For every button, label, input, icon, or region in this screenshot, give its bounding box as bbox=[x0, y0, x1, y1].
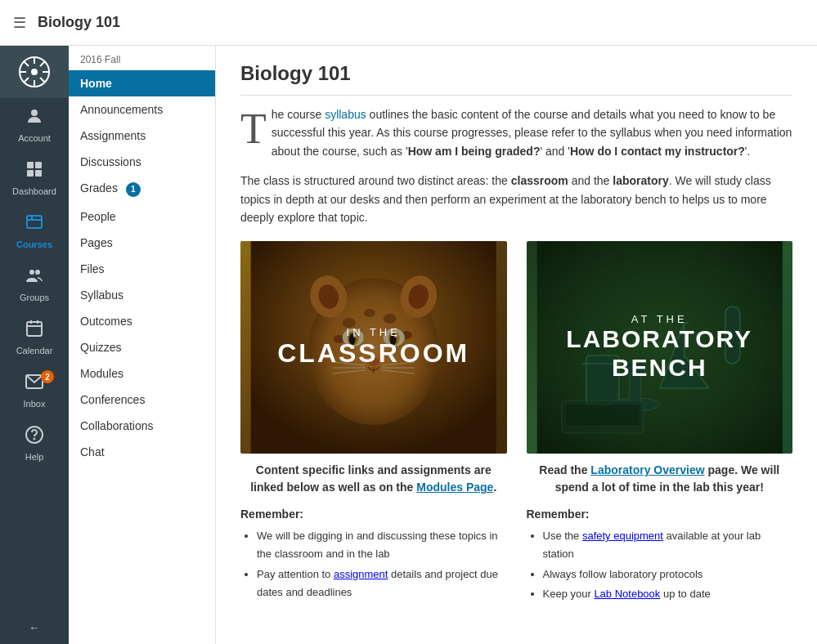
two-col-section: IN THE CLASSROOM Content specific links … bbox=[240, 241, 792, 604]
classroom-remember-list: We will be digging in and discussing the… bbox=[240, 527, 507, 601]
svg-rect-14 bbox=[35, 170, 42, 177]
content-paragraph: The class is structured around two disti… bbox=[240, 172, 792, 226]
svg-point-1 bbox=[31, 69, 38, 75]
lab-image: AT THE LABORATORYBENCH bbox=[527, 241, 793, 454]
sidebar-label-calendar: Calendar bbox=[16, 346, 53, 356]
sidebar-label-courses: Courses bbox=[16, 239, 52, 249]
page-title: Biology 101 bbox=[240, 62, 792, 96]
sidebar-label-help: Help bbox=[25, 452, 44, 462]
classroom-main-label: CLASSROOM bbox=[277, 338, 469, 369]
nav-item-chat[interactable]: Chat bbox=[69, 439, 215, 465]
sidebar-label-groups: Groups bbox=[20, 293, 49, 302]
classroom-bullet-1: We will be digging in and discussing the… bbox=[257, 527, 507, 563]
sidebar-item-calendar[interactable]: Calendar bbox=[0, 311, 69, 364]
nav-item-collaborations[interactable]: Collaborations bbox=[69, 413, 215, 439]
lab-remember: Remember: Use the safety equipment avail… bbox=[527, 508, 793, 604]
sidebar-item-inbox[interactable]: 2 Inbox bbox=[0, 364, 69, 417]
modules-page-link[interactable]: Modules Page bbox=[416, 481, 493, 494]
sidebar-item-groups[interactable]: Groups bbox=[0, 257, 69, 311]
svg-rect-12 bbox=[35, 162, 42, 168]
sidebar-item-help[interactable]: Help bbox=[0, 417, 69, 470]
lab-main-label: LABORATORYBENCH bbox=[566, 325, 752, 382]
nav-item-files[interactable]: Files bbox=[69, 256, 215, 282]
calendar-icon bbox=[25, 319, 44, 343]
sidebar-bottom: ← bbox=[0, 611, 69, 644]
svg-rect-15 bbox=[27, 216, 42, 228]
lab-bullet-3: Keep your Lab Notebook up to date bbox=[543, 585, 793, 603]
collapse-icon: ← bbox=[29, 621, 40, 634]
svg-point-19 bbox=[35, 270, 40, 275]
svg-rect-13 bbox=[27, 170, 34, 177]
nav-item-syllabus[interactable]: Syllabus bbox=[69, 282, 215, 308]
top-bar-title: Biology 101 bbox=[38, 14, 120, 31]
dashboard-icon bbox=[25, 159, 44, 184]
hamburger-icon[interactable]: ☰ bbox=[13, 14, 26, 32]
lab-remember-title: Remember: bbox=[527, 508, 793, 521]
sidebar-item-dashboard[interactable]: Dashboard bbox=[0, 151, 69, 204]
svg-point-18 bbox=[29, 270, 34, 275]
classroom-bold: classroom bbox=[511, 174, 568, 187]
nav-item-pages[interactable]: Pages bbox=[69, 230, 215, 256]
app-wrapper: ☰ Biology 101 bbox=[0, 0, 817, 644]
sidebar-collapse-button[interactable]: ← bbox=[0, 611, 69, 644]
sidebar-label-inbox: Inbox bbox=[24, 399, 46, 409]
svg-line-8 bbox=[40, 61, 45, 66]
help-icon bbox=[25, 425, 44, 449]
classroom-remember-title: Remember: bbox=[240, 508, 507, 521]
lab-sub-label: AT THE bbox=[631, 313, 688, 325]
nav-item-quizzes[interactable]: Quizzes bbox=[69, 334, 215, 360]
assignment-link[interactable]: assignment bbox=[334, 568, 388, 580]
intro-paragraph: T he course syllabus outlines the basic … bbox=[240, 105, 792, 160]
inbox-badge: 2 bbox=[41, 370, 54, 383]
syllabus-link[interactable]: syllabus bbox=[325, 108, 366, 121]
main-area: Account Dashboard Courses Groups bbox=[0, 46, 817, 644]
lab-bullet-1: Use the safety equipment available at yo… bbox=[543, 527, 793, 563]
classroom-caption: Content specific links and assignments a… bbox=[240, 462, 507, 496]
svg-point-10 bbox=[31, 110, 38, 116]
course-breadcrumb: 2016 Fall bbox=[69, 46, 215, 70]
classroom-overlay-text: IN THE CLASSROOM bbox=[240, 241, 507, 454]
courses-icon bbox=[25, 212, 44, 237]
course-nav: 2016 Fall Home Announcements Assignments… bbox=[69, 46, 216, 644]
sidebar-label-dashboard: Dashboard bbox=[12, 186, 56, 196]
groups-icon bbox=[25, 266, 44, 290]
nav-item-people[interactable]: People bbox=[69, 203, 215, 230]
classroom-card: IN THE CLASSROOM Content specific links … bbox=[240, 241, 507, 604]
lab-caption: Read the Laboratory Overview page. We wi… bbox=[527, 462, 793, 496]
top-bar: ☰ Biology 101 bbox=[0, 0, 817, 46]
grades-badge: 1 bbox=[126, 182, 141, 197]
contact-bold: How do I contact my instructor? bbox=[570, 145, 745, 158]
svg-rect-11 bbox=[27, 162, 34, 168]
graded-bold: How am I being graded? bbox=[408, 145, 541, 158]
lab-overlay-text: AT THE LABORATORYBENCH bbox=[527, 241, 793, 454]
sidebar-item-account[interactable]: Account bbox=[0, 98, 69, 151]
nav-item-grades[interactable]: Grades 1 bbox=[69, 175, 215, 203]
lab-card: AT THE LABORATORYBENCH Read the Laborato… bbox=[527, 241, 793, 604]
sidebar-item-courses[interactable]: Courses bbox=[0, 204, 69, 257]
svg-rect-20 bbox=[27, 322, 42, 336]
sidebar-label-account: Account bbox=[18, 133, 51, 143]
lab-notebook-link[interactable]: Lab Notebook bbox=[594, 588, 660, 600]
svg-point-26 bbox=[34, 439, 35, 440]
nav-item-discussions[interactable]: Discussions bbox=[69, 149, 215, 175]
svg-line-9 bbox=[24, 78, 29, 83]
nav-item-conferences[interactable]: Conferences bbox=[69, 387, 215, 413]
sidebar-nav: Account Dashboard Courses Groups bbox=[0, 46, 69, 644]
nav-item-outcomes[interactable]: Outcomes bbox=[69, 308, 215, 334]
nav-item-announcements[interactable]: Announcements bbox=[69, 96, 215, 123]
safety-equipment-link[interactable]: safety equipment bbox=[582, 530, 663, 542]
lab-overview-link[interactable]: Laboratory Overview bbox=[590, 463, 704, 476]
classroom-bullet-2: Pay attention to assignment details and … bbox=[257, 566, 507, 602]
classroom-sub-label: IN THE bbox=[347, 326, 401, 338]
lab-remember-list: Use the safety equipment available at yo… bbox=[527, 527, 793, 602]
svg-line-7 bbox=[40, 78, 45, 83]
nav-item-home[interactable]: Home bbox=[69, 70, 215, 96]
classroom-remember: Remember: We will be digging in and disc… bbox=[240, 508, 507, 602]
svg-line-6 bbox=[24, 61, 29, 66]
laboratory-bold: laboratory bbox=[613, 174, 668, 187]
nav-item-modules[interactable]: Modules bbox=[69, 360, 215, 387]
drop-cap: T bbox=[240, 105, 272, 146]
classroom-image: IN THE CLASSROOM bbox=[240, 241, 507, 454]
account-icon bbox=[25, 106, 44, 131]
nav-item-assignments[interactable]: Assignments bbox=[69, 123, 215, 149]
